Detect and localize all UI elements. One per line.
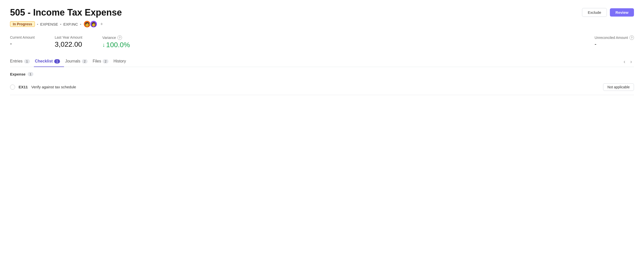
variance-block: Variance ? ↓ 100.0% — [102, 35, 130, 49]
section-count: 1 — [28, 72, 33, 76]
next-arrow-button[interactable]: › — [628, 58, 634, 65]
tab-checklist-label: Checklist — [35, 59, 53, 63]
tab-journals-label: Journals — [65, 59, 80, 63]
separator-2: • — [60, 22, 61, 26]
tabs-navigation: ‹ › — [622, 58, 634, 65]
avatar-2: 👩 — [90, 20, 97, 28]
tabs-row: Entries 1 Checklist 1 Journals 2 Files 2… — [10, 56, 634, 67]
not-applicable-button[interactable]: Not applicable — [603, 83, 634, 91]
unreconciled-value: - — [595, 41, 634, 47]
status-badge: In Progress — [10, 21, 35, 27]
tab-files-label: Files — [93, 59, 101, 63]
exclude-button[interactable]: Exclude — [582, 8, 607, 17]
tab-entries-count: 1 — [24, 59, 30, 63]
tab-files-count: 2 — [103, 59, 108, 63]
checklist-checkbox[interactable] — [10, 85, 15, 90]
current-amount-label: Current Amount — [10, 35, 35, 39]
checklist-item-left: EX11 Verify against tax schedule — [10, 85, 76, 90]
tab-journals[interactable]: Journals 2 — [64, 56, 92, 67]
variance-down-icon: ↓ — [102, 42, 105, 48]
checklist-section: Expense 1 EX11 Verify against tax schedu… — [10, 72, 634, 95]
last-year-amount-label: Last Year Amount — [55, 35, 82, 39]
tab-history-label: History — [113, 59, 126, 63]
item-text: Verify against tax schedule — [31, 85, 76, 89]
last-year-amount-block: Last Year Amount 3,022.00 — [55, 35, 82, 48]
item-code: EX11 — [19, 85, 28, 89]
unreconciled-help-icon[interactable]: ? — [629, 35, 634, 40]
current-amount-block: Current Amount - — [10, 35, 35, 47]
separator-3: • — [80, 22, 81, 26]
unreconciled-amount-block: Unreconciled Amount ? - — [595, 35, 634, 47]
tab-entries-label: Entries — [10, 59, 23, 63]
current-amount-value: - — [10, 40, 35, 47]
expense-type-tag: EXPENSE — [40, 22, 58, 26]
unreconciled-label: Unreconciled Amount ? — [595, 35, 634, 40]
expense-code-tag: EXP.INC — [63, 22, 78, 26]
tab-files[interactable]: Files 2 — [92, 56, 112, 67]
section-header: Expense 1 — [10, 72, 634, 76]
section-title: Expense — [10, 72, 26, 76]
variance-value: ↓ 100.0% — [102, 41, 130, 49]
tab-checklist-count: 1 — [54, 59, 60, 63]
variance-help-icon[interactable]: ? — [117, 35, 122, 40]
variance-label: Variance ? — [102, 35, 130, 40]
checklist-item: EX11 Verify against tax schedule Not app… — [10, 79, 634, 95]
tab-checklist[interactable]: Checklist 1 — [34, 56, 64, 67]
review-button[interactable]: Review — [610, 8, 634, 17]
tab-journals-count: 2 — [82, 59, 88, 63]
tab-entries[interactable]: Entries 1 — [10, 56, 34, 67]
tab-history[interactable]: History — [112, 56, 130, 67]
separator-1: • — [37, 22, 38, 26]
page-title: 505 - Income Tax Expense — [10, 7, 582, 18]
avatar-group: 🧑 👩 — [83, 20, 97, 28]
prev-arrow-button[interactable]: ‹ — [622, 58, 627, 65]
last-year-amount-value: 3,022.00 — [55, 40, 82, 48]
add-assignee-button[interactable]: + — [99, 21, 104, 27]
